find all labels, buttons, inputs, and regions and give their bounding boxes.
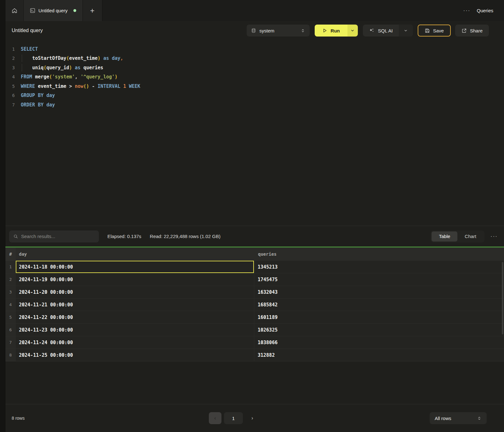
play-icon bbox=[322, 28, 327, 33]
table-body: 12024-11-18 00:00:00134521322024-11-19 0… bbox=[5, 261, 504, 361]
table-row[interactable]: 32024-11-20 00:00:001632043 bbox=[5, 286, 504, 298]
share-button[interactable]: Share bbox=[455, 25, 489, 37]
cell-queries[interactable]: 1632043 bbox=[254, 286, 504, 298]
tab-untitled-query[interactable]: Untitled query bbox=[24, 0, 83, 21]
cell-day[interactable]: 2024-11-25 00:00:00 bbox=[16, 349, 254, 361]
code-text: WHERE event_time > now() - INTERVAL 1 WE… bbox=[21, 83, 140, 89]
cell-day[interactable]: 2024-11-22 00:00:00 bbox=[16, 311, 254, 323]
run-options-button[interactable] bbox=[347, 25, 358, 37]
tabbar-right: ··· Queries bbox=[463, 0, 504, 21]
line-number: 5 bbox=[5, 84, 15, 89]
sql-editor[interactable]: 1SELECT2 toStartOfDay(event_time) as day… bbox=[5, 40, 504, 226]
database-selector[interactable]: system bbox=[247, 25, 310, 37]
table-row[interactable]: 12024-11-18 00:00:001345213 bbox=[5, 261, 504, 273]
scrollbar-thumb[interactable] bbox=[502, 262, 503, 334]
save-button[interactable]: Save bbox=[418, 25, 451, 37]
cell-queries[interactable]: 1685842 bbox=[254, 298, 504, 311]
table-row[interactable]: 22024-11-19 00:00:001745475 bbox=[5, 273, 504, 286]
query-toolbar: Untitled query system Run bbox=[5, 21, 504, 40]
table-row[interactable]: 42024-11-21 00:00:001685842 bbox=[5, 298, 504, 311]
cell-day[interactable]: 2024-11-21 00:00:00 bbox=[16, 298, 254, 311]
row-index: 8 bbox=[5, 349, 16, 361]
home-button[interactable] bbox=[5, 0, 24, 21]
column-header-queries[interactable]: queries bbox=[254, 247, 504, 261]
elapsed-stat: Elapsed: 0.137s bbox=[107, 234, 141, 239]
results-more-icon[interactable]: ··· bbox=[490, 233, 498, 240]
column-header-index[interactable]: # bbox=[5, 247, 16, 261]
next-page-button[interactable]: › bbox=[247, 415, 258, 421]
column-header-day[interactable]: day bbox=[16, 247, 254, 261]
cell-day[interactable]: 2024-11-20 00:00:00 bbox=[16, 286, 254, 298]
line-number: 2 bbox=[5, 56, 15, 61]
chevron-updown-icon bbox=[301, 28, 305, 33]
chevron-right-icon: › bbox=[251, 415, 253, 421]
new-tab-button[interactable]: + bbox=[83, 0, 102, 21]
cell-day[interactable]: 2024-11-24 00:00:00 bbox=[16, 336, 254, 349]
code-line: 7ORDER BY day bbox=[5, 100, 504, 110]
row-index: 3 bbox=[5, 286, 16, 298]
pagination: ‹ 1 › bbox=[209, 412, 258, 424]
table-row[interactable]: 82024-11-25 00:00:00312882 bbox=[5, 349, 504, 361]
prev-page-button[interactable]: ‹ bbox=[209, 412, 221, 424]
main-panel: Untitled query + ··· Queries Untitled qu… bbox=[5, 0, 504, 432]
tab-table-view[interactable]: Table bbox=[432, 231, 457, 242]
row-index: 6 bbox=[5, 324, 16, 336]
cell-queries[interactable]: 1026325 bbox=[254, 324, 504, 336]
breadcrumb-ellipsis-icon[interactable]: ··· bbox=[463, 8, 470, 13]
selected-cell-day[interactable]: 2024-11-18 00:00:00 bbox=[16, 261, 254, 273]
row-index: 4 bbox=[5, 298, 16, 311]
save-label: Save bbox=[433, 28, 444, 33]
tab-title: Untitled query bbox=[38, 8, 68, 13]
rows-count: 8 rows bbox=[12, 416, 25, 421]
terminal-icon bbox=[30, 8, 35, 13]
cell-queries[interactable]: 1601189 bbox=[254, 311, 504, 323]
row-index: 1 bbox=[5, 261, 16, 273]
row-index: 5 bbox=[5, 311, 16, 323]
run-label: Run bbox=[331, 28, 340, 33]
page-size-value: All rows bbox=[435, 416, 451, 421]
code-line: 6GROUP BY day bbox=[5, 91, 504, 100]
row-index: 7 bbox=[5, 336, 16, 349]
code-text: ORDER BY day bbox=[21, 102, 55, 108]
cell-queries[interactable]: 312882 bbox=[254, 349, 504, 361]
page-size-selector[interactable]: All rows bbox=[430, 412, 487, 424]
sql-ai-button-group: SQL AI bbox=[363, 25, 413, 37]
table-row[interactable]: 72024-11-24 00:00:001038066 bbox=[5, 336, 504, 349]
search-icon bbox=[13, 234, 18, 239]
code-text: toStartOfDay(event_time) as day, bbox=[21, 55, 123, 61]
breadcrumb-queries[interactable]: Queries bbox=[477, 8, 493, 13]
table-row[interactable]: 52024-11-22 00:00:001601189 bbox=[5, 311, 504, 324]
code-line: 1SELECT bbox=[5, 44, 504, 54]
read-stat: Read: 22,229,488 rows (1.02 GB) bbox=[150, 234, 220, 239]
sql-ai-options-button[interactable] bbox=[399, 25, 413, 37]
search-results-input[interactable] bbox=[21, 234, 95, 239]
search-results-box[interactable] bbox=[9, 230, 99, 242]
line-number: 3 bbox=[5, 65, 15, 70]
database-icon bbox=[251, 28, 256, 33]
line-number: 7 bbox=[5, 102, 15, 107]
code-line: 2 toStartOfDay(event_time) as day, bbox=[5, 54, 504, 63]
code-text: uniq(query_id) as queries bbox=[21, 65, 103, 71]
results-empty-area bbox=[5, 361, 504, 404]
unsaved-dot-icon bbox=[73, 9, 76, 12]
cell-queries[interactable]: 1038066 bbox=[254, 336, 504, 349]
cell-day[interactable]: 2024-11-19 00:00:00 bbox=[16, 273, 254, 286]
results-toolbar: Elapsed: 0.137s Read: 22,229,488 rows (1… bbox=[5, 226, 504, 247]
sql-ai-button[interactable]: SQL AI bbox=[363, 25, 399, 37]
code-text: SELECT bbox=[21, 46, 38, 52]
tab-chart-view[interactable]: Chart bbox=[457, 231, 484, 242]
cell-queries[interactable]: 1745475 bbox=[254, 273, 504, 286]
run-button[interactable]: Run bbox=[315, 25, 347, 37]
query-title: Untitled query bbox=[12, 28, 43, 33]
cell-day[interactable]: 2024-11-23 00:00:00 bbox=[16, 324, 254, 336]
table-row[interactable]: 62024-11-23 00:00:001026325 bbox=[5, 324, 504, 336]
page-number-button[interactable]: 1 bbox=[224, 412, 243, 424]
share-label: Share bbox=[470, 28, 483, 33]
tab-bar: Untitled query + ··· Queries bbox=[5, 0, 504, 21]
database-value: system bbox=[260, 28, 275, 33]
cell-queries[interactable]: 1345213 bbox=[254, 261, 504, 273]
share-icon bbox=[461, 28, 467, 33]
line-number: 1 bbox=[5, 47, 15, 52]
view-toggle: Table Chart bbox=[431, 230, 484, 242]
row-index: 2 bbox=[5, 273, 16, 286]
